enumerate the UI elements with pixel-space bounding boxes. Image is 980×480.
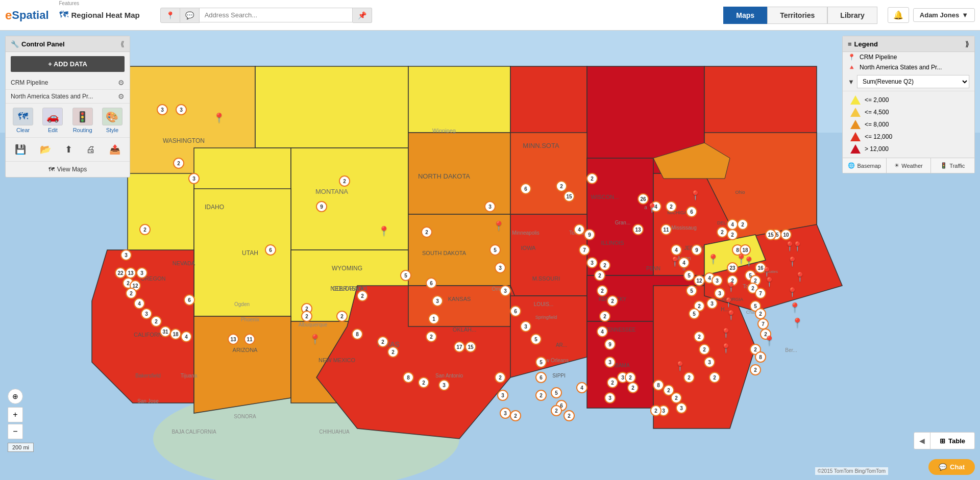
cluster-marker[interactable]: 2 — [709, 372, 720, 383]
cluster-marker[interactable]: 2 — [418, 377, 429, 388]
routing-btn[interactable]: 🚦 Routing — [72, 108, 93, 133]
pin-marker[interactable]: 📍 — [309, 334, 321, 345]
maps-nav-btn[interactable]: Maps — [723, 7, 767, 24]
pin-marker[interactable]: 📍 — [794, 271, 805, 283]
cluster-marker[interactable]: 5 — [689, 308, 700, 319]
zoom-out-btn[interactable]: − — [8, 424, 23, 439]
pin-marker[interactable]: 📍 — [707, 254, 719, 265]
revenue-dropdown[interactable]: Sum(Revenue Q2) — [857, 75, 969, 88]
cluster-marker[interactable]: 2 — [426, 331, 437, 342]
cluster-marker[interactable]: 4 — [597, 326, 608, 337]
cluster-marker[interactable]: 3 — [120, 249, 132, 261]
cluster-marker[interactable]: 3 — [704, 357, 715, 368]
cluster-marker[interactable]: 2 — [421, 226, 432, 238]
territories-nav-btn[interactable]: Territories — [767, 7, 827, 24]
basemap-btn[interactable]: 🌐 Basemap — [843, 158, 887, 173]
cluster-marker[interactable]: 7 — [755, 288, 766, 299]
pin-marker[interactable]: 📍 — [378, 225, 389, 237]
cluster-marker[interactable]: 4 — [134, 298, 145, 309]
cluster-marker[interactable]: 18 — [170, 329, 181, 340]
cluster-marker[interactable]: 12 — [694, 275, 705, 286]
notification-btn[interactable]: 🔔 — [888, 7, 909, 23]
clear-btn[interactable]: 🗺 Clear — [13, 108, 33, 133]
share-btn[interactable]: ⬆ — [63, 142, 75, 157]
cluster-marker[interactable]: 6 — [265, 244, 276, 256]
cluster-marker[interactable]: 2 — [510, 410, 521, 421]
cluster-marker[interactable]: 2 — [139, 224, 151, 235]
cluster-marker[interactable]: 2 — [599, 311, 610, 322]
pin-marker[interactable]: 📍 — [789, 302, 800, 313]
user-menu-btn[interactable]: Adam Jones ▼ — [913, 8, 975, 22]
cluster-marker[interactable]: 2 — [301, 311, 312, 322]
cluster-marker[interactable]: 3 — [484, 201, 496, 212]
cluster-marker[interactable]: 6 — [535, 372, 547, 383]
map-container[interactable]: WASHINGTON IDAHO NEVADA MONTANA NORTH DA… — [0, 31, 980, 480]
cluster-marker[interactable]: 6 — [520, 183, 531, 194]
cluster-marker[interactable]: 6 — [510, 306, 521, 317]
cluster-marker[interactable]: 5 — [489, 244, 501, 256]
cluster-marker[interactable]: 2 — [750, 364, 761, 375]
pin-marker[interactable]: 📍 — [787, 256, 798, 267]
cluster-marker[interactable]: 4 — [574, 224, 585, 235]
cluster-marker[interactable]: 2 — [683, 372, 695, 383]
weather-btn[interactable]: ☀ Weather — [887, 158, 930, 173]
pin-marker[interactable]: 📍 — [723, 297, 734, 308]
cluster-marker[interactable]: 6 — [426, 277, 437, 289]
cluster-marker[interactable]: 22 — [115, 267, 126, 279]
location-search-btn[interactable]: 📍 — [160, 8, 180, 23]
cluster-marker[interactable]: 5 — [530, 334, 542, 345]
cluster-marker[interactable]: 13 — [632, 224, 644, 235]
pin-marker[interactable]: 📍 — [787, 287, 798, 298]
pin-marker[interactable]: 📍 — [792, 317, 803, 329]
cluster-marker[interactable]: 3 — [438, 380, 450, 391]
legend-expand-btn[interactable]: ⟫ — [965, 40, 969, 48]
cluster-marker[interactable]: 9 — [316, 201, 327, 212]
pin-marker[interactable]: 📍 — [764, 335, 775, 346]
cluster-marker[interactable]: 2 — [357, 290, 368, 301]
cluster-marker[interactable]: 2 — [627, 382, 639, 393]
library-nav-btn[interactable]: Library — [827, 7, 877, 24]
cluster-marker[interactable]: 11 — [244, 334, 255, 345]
cluster-marker[interactable]: 2 — [495, 372, 506, 383]
pin-marker[interactable]: 📍 — [764, 276, 775, 288]
pin-marker[interactable]: 📍 — [720, 343, 731, 354]
cluster-marker[interactable]: 3 — [141, 308, 152, 319]
pin-marker[interactable]: 📍 — [725, 310, 737, 321]
cluster-marker[interactable]: 2 — [755, 308, 766, 319]
cluster-marker[interactable]: 9 — [584, 229, 595, 240]
compass-btn[interactable]: ⊕ — [8, 389, 23, 404]
table-collapse-btn[interactable]: ◀ — [914, 433, 930, 449]
cluster-marker[interactable]: 2 — [586, 173, 598, 184]
cluster-marker[interactable]: 3 — [176, 104, 187, 115]
cluster-marker[interactable]: 2 — [556, 181, 567, 192]
cluster-marker[interactable]: 7 — [579, 244, 590, 256]
cluster-marker[interactable]: 2 — [599, 260, 610, 271]
cluster-marker[interactable]: 5 — [400, 270, 411, 281]
cluster-marker[interactable]: 2 — [717, 226, 728, 238]
cluster-marker[interactable]: 7 — [757, 318, 769, 330]
crm-settings-btn[interactable]: ⚙ — [118, 79, 125, 87]
cluster-marker[interactable]: 2 — [377, 336, 388, 347]
cluster-marker[interactable]: 2 — [597, 285, 608, 296]
cluster-marker[interactable]: 2 — [737, 219, 748, 230]
cluster-marker[interactable]: 3 — [712, 275, 723, 286]
cluster-marker[interactable]: 3 — [157, 104, 168, 115]
view-maps-btn[interactable]: 🗺 View Maps — [6, 162, 130, 177]
print-btn[interactable]: 🖨 — [84, 142, 97, 157]
cluster-marker[interactable]: 2 — [173, 158, 184, 169]
cluster-marker[interactable]: 2 — [625, 372, 636, 383]
traffic-btn[interactable]: 🚦 Traffic — [931, 158, 974, 173]
pin-marker[interactable]: 📍 — [720, 327, 731, 339]
cluster-marker[interactable]: 8 — [403, 372, 414, 383]
cluster-marker[interactable]: 2 — [699, 344, 710, 355]
cluster-marker[interactable]: 2 — [551, 405, 562, 416]
cluster-marker[interactable]: 5 — [683, 270, 695, 281]
cluster-marker[interactable]: 2 — [594, 270, 605, 281]
cluster-marker[interactable]: 13 — [228, 334, 239, 345]
cluster-marker[interactable]: 3 — [520, 321, 531, 332]
pin-marker[interactable]: 📍 — [792, 241, 803, 252]
cluster-marker[interactable]: 9 — [604, 339, 616, 350]
pin-marker[interactable]: 📍 — [213, 112, 225, 123]
cluster-marker[interactable]: 3 — [497, 390, 508, 401]
cluster-marker[interactable]: 31 — [160, 326, 171, 337]
